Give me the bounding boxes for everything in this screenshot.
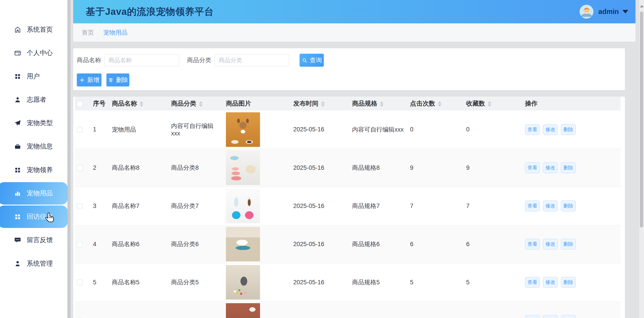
id-card-icon: [14, 50, 21, 57]
view-button[interactable]: 查看: [525, 315, 540, 318]
delete-button[interactable]: 删除: [106, 74, 129, 86]
cell-spec: 商品规格5: [350, 263, 408, 302]
cell-clicks: 9: [408, 149, 464, 187]
user-menu[interactable]: admin: [580, 5, 628, 19]
row-delete-button[interactable]: 删除: [561, 277, 576, 288]
row-checkbox[interactable]: [77, 165, 83, 171]
edit-button[interactable]: 修改: [543, 239, 558, 250]
add-button[interactable]: 新增: [77, 74, 102, 86]
chevron-down-icon: [622, 10, 628, 14]
sidebar-item-label: 回访信息: [27, 212, 53, 221]
edit-button[interactable]: 修改: [543, 124, 558, 135]
cell-date: 2025-05-16: [292, 225, 350, 263]
cell-clicks: [408, 302, 464, 318]
product-name-input[interactable]: [104, 54, 179, 66]
view-button[interactable]: 查看: [525, 124, 540, 135]
row-delete-button[interactable]: 删除: [561, 124, 576, 135]
sidebar-item-label: 用户: [27, 72, 40, 81]
search-icon: [302, 57, 308, 63]
table-row: 3 商品名称7 商品分类7 2025-05-16 商品规格7 7 7 查看 修改…: [75, 187, 621, 225]
edit-button[interactable]: 修改: [543, 277, 558, 288]
sidebar-item-followup-info[interactable]: 回访信息: [0, 206, 68, 228]
sidebar-item-label: 宠物类型: [27, 118, 53, 128]
cell-date: 2025-05-16: [292, 110, 350, 149]
sidebar-item-label: 宠物信息: [27, 142, 53, 151]
cell-product-name: 商品名称5: [110, 263, 169, 302]
cell-favorites: [464, 302, 523, 318]
paper-plane-icon: [14, 120, 21, 127]
cell-clicks: 5: [408, 263, 464, 302]
sidebar-item-label: 系统首页: [27, 25, 53, 34]
breadcrumb-current[interactable]: 宠物用品: [103, 28, 128, 36]
cell-clicks: 0: [408, 110, 464, 149]
select-all-checkbox[interactable]: [77, 101, 83, 107]
product-image: [226, 150, 260, 185]
app-header: 基于Java的流浪宠物领养平台 admin: [73, 0, 636, 23]
cell-product-name: 商品名称7: [110, 187, 169, 225]
row-delete-button[interactable]: 删除: [561, 200, 576, 211]
cell-favorites: 9: [464, 149, 523, 187]
cell-category: 商品分类6: [169, 225, 224, 263]
row-checkbox[interactable]: [77, 203, 83, 209]
col-favorites: 收藏数: [464, 96, 523, 110]
plus-icon: [79, 77, 85, 83]
cell-seq: 3: [91, 187, 110, 225]
sidebar-item-pet-info[interactable]: 宠物信息: [0, 135, 67, 158]
row-checkbox[interactable]: [77, 242, 83, 247]
row-delete-button[interactable]: 删除: [561, 315, 576, 318]
view-button[interactable]: 查看: [525, 200, 540, 211]
edit-button[interactable]: 修改: [543, 200, 558, 211]
edit-button[interactable]: 修改: [543, 315, 558, 318]
row-delete-button[interactable]: 删除: [561, 162, 576, 173]
cell-spec: 商品规格8: [350, 149, 408, 187]
sidebar-item-pet-adoption[interactable]: 宠物领养: [0, 159, 67, 181]
product-category-label: 商品分类: [187, 56, 211, 64]
sort-icon[interactable]: [438, 101, 442, 107]
grid-icon: [14, 73, 21, 80]
cell-clicks: 6: [408, 225, 464, 263]
cell-product-name: 宠物用品: [110, 110, 169, 149]
page-title: 基于Java的流浪宠物领养平台: [86, 6, 214, 18]
sidebar-item-label: 留言反馈: [27, 236, 53, 244]
sort-icon[interactable]: [199, 101, 202, 107]
cell-seq: 1: [91, 110, 110, 149]
grid-icon: [14, 213, 21, 220]
sidebar-item-feedback[interactable]: 留言反馈: [0, 229, 67, 251]
sidebar-item-system-admin[interactable]: 系统管理: [0, 252, 67, 275]
scrollbar-up-arrow-icon[interactable]: [640, 5, 644, 8]
cell-spec: 内容可自行编辑xxx: [350, 110, 408, 149]
table-row: 2 商品名称8 商品分类8 2025-05-16 商品规格8 9 9 查看 修改…: [75, 149, 621, 187]
sidebar-item-system-home[interactable]: 系统首页: [0, 18, 67, 41]
username: admin: [598, 8, 619, 16]
chat-icon: [14, 236, 21, 244]
sidebar-item-volunteers[interactable]: 志愿者: [0, 88, 67, 111]
sort-icon[interactable]: [140, 101, 143, 107]
query-button[interactable]: 查询: [300, 54, 324, 67]
sidebar-item-pet-supplies[interactable]: 宠物用品: [0, 182, 68, 204]
view-button[interactable]: 查看: [525, 162, 540, 173]
sort-icon[interactable]: [321, 101, 325, 107]
sidebar-item-profile[interactable]: 个人中心: [0, 42, 67, 64]
view-button[interactable]: 查看: [525, 277, 540, 288]
breadcrumb-home[interactable]: 首页: [82, 28, 94, 36]
col-spec: 商品规格: [350, 96, 408, 110]
row-delete-button[interactable]: 删除: [561, 239, 576, 250]
sort-icon[interactable]: [380, 101, 384, 107]
col-date: 发布时间: [292, 96, 350, 110]
sort-icon[interactable]: [488, 101, 491, 107]
view-button[interactable]: 查看: [525, 239, 540, 250]
product-image: [226, 189, 260, 223]
row-checkbox[interactable]: [77, 280, 83, 286]
scrollbar-thumb[interactable]: [640, 12, 643, 227]
breadcrumb: 首页 宠物用品: [73, 23, 636, 42]
sidebar-item-pet-types[interactable]: 宠物类型: [0, 112, 67, 134]
sidebar-item-users[interactable]: 用户: [0, 65, 67, 88]
cell-seq: 5: [91, 263, 110, 302]
cell-category: 商品分类5: [169, 263, 224, 302]
trash-icon: [108, 77, 114, 83]
edit-button[interactable]: 修改: [543, 162, 558, 173]
product-category-input[interactable]: [214, 54, 289, 66]
row-checkbox[interactable]: [77, 127, 83, 133]
sidebar: 系统首页 个人中心 用户 志愿者 宠物类型 宠物信息 宠物领养 宠物用品 回访信…: [0, 0, 67, 318]
page-scrollbar[interactable]: [639, 0, 644, 318]
